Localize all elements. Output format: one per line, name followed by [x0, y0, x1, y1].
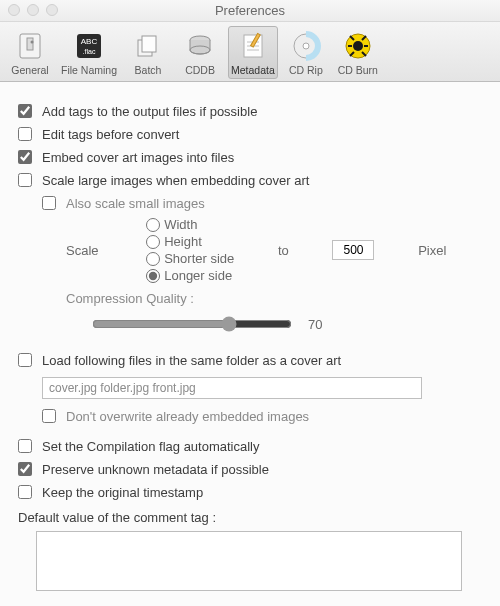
- svg-rect-7: [142, 36, 156, 52]
- general-icon: [14, 30, 46, 62]
- tab-label: Batch: [135, 64, 162, 76]
- radio-label: Height: [164, 234, 202, 249]
- radio-label: Width: [164, 217, 197, 232]
- tab-cd-rip[interactable]: CD Rip: [282, 26, 330, 79]
- tab-file-naming[interactable]: ABC.flac File Naming: [58, 26, 120, 79]
- dont-overwrite-label: Don't overwrite already embedded images: [66, 409, 309, 424]
- compression-quality-label: Compression Quality :: [66, 291, 482, 306]
- svg-point-16: [303, 43, 309, 49]
- set-compilation-checkbox[interactable]: [18, 439, 32, 453]
- also-small-label: Also scale small images: [66, 196, 205, 211]
- preferences-window: Preferences General ABC.flac File Naming…: [0, 0, 500, 606]
- svg-point-2: [31, 41, 34, 44]
- scale-height-radio[interactable]: [146, 235, 160, 249]
- cd-rip-icon: [290, 30, 322, 62]
- file-naming-icon: ABC.flac: [73, 30, 105, 62]
- scale-prefix-label: Scale: [66, 243, 138, 258]
- svg-text:ABC: ABC: [81, 37, 98, 46]
- window-title: Preferences: [0, 0, 500, 22]
- minimize-window-button[interactable]: [27, 4, 39, 16]
- scale-pixel-input[interactable]: [332, 240, 374, 260]
- close-window-button[interactable]: [8, 4, 20, 16]
- to-label: to: [278, 243, 325, 258]
- tab-label: CD Burn: [338, 64, 378, 76]
- svg-text:.flac: .flac: [83, 48, 96, 55]
- scale-width-radio[interactable]: [146, 218, 160, 232]
- titlebar: Preferences: [0, 0, 500, 22]
- metadata-pane: Add tags to the output files if possible…: [0, 82, 500, 606]
- cd-burn-icon: [342, 30, 374, 62]
- tab-label: File Naming: [61, 64, 117, 76]
- load-following-checkbox[interactable]: [18, 353, 32, 367]
- preserve-unknown-label: Preserve unknown metadata if possible: [42, 462, 269, 477]
- cover-filenames-input[interactable]: [42, 377, 422, 399]
- window-controls: [8, 4, 58, 16]
- embed-cover-checkbox[interactable]: [18, 150, 32, 164]
- keep-timestamp-checkbox[interactable]: [18, 485, 32, 499]
- tab-metadata[interactable]: Metadata: [228, 26, 278, 79]
- comment-textarea[interactable]: [36, 531, 462, 591]
- svg-rect-1: [27, 38, 33, 50]
- svg-point-18: [353, 41, 363, 51]
- scale-large-label: Scale large images when embedding cover …: [42, 173, 309, 188]
- tab-batch[interactable]: Batch: [124, 26, 172, 79]
- scale-longer-radio[interactable]: [146, 269, 160, 283]
- comment-label: Default value of the comment tag :: [18, 510, 482, 525]
- scale-shorter-radio[interactable]: [146, 252, 160, 266]
- tab-label: CDDB: [185, 64, 215, 76]
- cddb-icon: [184, 30, 216, 62]
- preserve-unknown-checkbox[interactable]: [18, 462, 32, 476]
- tab-label: Metadata: [231, 64, 275, 76]
- dont-overwrite-checkbox[interactable]: [42, 409, 56, 423]
- scale-large-checkbox[interactable]: [18, 173, 32, 187]
- tab-label: CD Rip: [289, 64, 323, 76]
- tab-cddb[interactable]: CDDB: [176, 26, 224, 79]
- zoom-window-button[interactable]: [46, 4, 58, 16]
- radio-label: Shorter side: [164, 251, 234, 266]
- keep-timestamp-label: Keep the original timestamp: [42, 485, 203, 500]
- preferences-toolbar: General ABC.flac File Naming Batch CDDB …: [0, 22, 500, 82]
- set-compilation-label: Set the Compilation flag automatically: [42, 439, 260, 454]
- pixel-label: Pixel: [418, 243, 482, 258]
- batch-icon: [132, 30, 164, 62]
- tab-label: General: [11, 64, 48, 76]
- load-following-label: Load following files in the same folder …: [42, 353, 341, 368]
- tab-general[interactable]: General: [6, 26, 54, 79]
- compression-quality-value: 70: [308, 317, 322, 332]
- embed-cover-label: Embed cover art images into files: [42, 150, 234, 165]
- add-tags-label: Add tags to the output files if possible: [42, 104, 257, 119]
- metadata-icon: [237, 30, 269, 62]
- edit-before-checkbox[interactable]: [18, 127, 32, 141]
- compression-quality-slider[interactable]: [92, 316, 292, 332]
- add-tags-checkbox[interactable]: [18, 104, 32, 118]
- also-small-checkbox[interactable]: [42, 196, 56, 210]
- tab-cd-burn[interactable]: CD Burn: [334, 26, 382, 79]
- radio-label: Longer side: [164, 268, 232, 283]
- edit-before-label: Edit tags before convert: [42, 127, 179, 142]
